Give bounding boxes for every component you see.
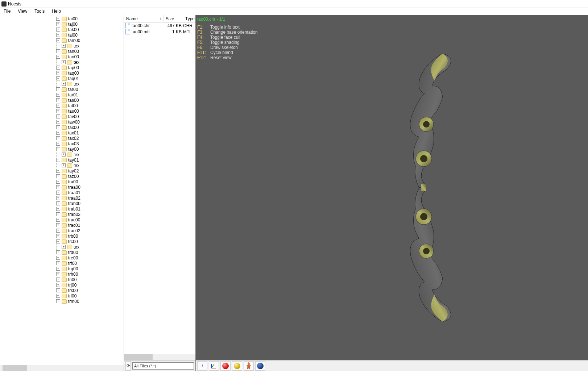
expand-icon[interactable]: + xyxy=(56,185,60,189)
expand-icon[interactable]: + xyxy=(56,218,60,222)
globe-button[interactable] xyxy=(255,361,265,371)
shading-yellow-button[interactable] xyxy=(232,361,242,371)
expand-icon[interactable]: + xyxy=(56,71,60,75)
shading-red-button[interactable] xyxy=(220,361,231,371)
tree-item[interactable]: +trf00 xyxy=(0,260,124,266)
expand-icon[interactable]: + xyxy=(56,66,60,70)
tree-item[interactable]: +tan00 xyxy=(0,49,124,54)
tree-item[interactable]: +tak00 xyxy=(0,27,124,32)
tree-item[interactable]: +tax01 xyxy=(0,130,124,136)
list-horizontal-scrollbar[interactable] xyxy=(124,354,195,360)
file-row[interactable]: tao00.chr467 KBCHR xyxy=(124,22,195,29)
tree-item[interactable]: −taq01 xyxy=(0,76,124,81)
expand-icon[interactable]: + xyxy=(56,104,60,108)
expand-icon[interactable]: + xyxy=(56,212,60,216)
expand-icon[interactable]: + xyxy=(62,44,66,48)
collapse-icon[interactable]: − xyxy=(56,147,60,151)
tree-item[interactable]: +taj00 xyxy=(0,21,124,27)
tree-item[interactable]: +traa00 xyxy=(0,184,124,190)
tree-item[interactable]: +trac00 xyxy=(0,217,124,222)
tree-item[interactable]: +tex xyxy=(0,59,124,65)
expand-icon[interactable]: + xyxy=(56,28,60,32)
expand-icon[interactable]: + xyxy=(56,196,60,200)
tree-item[interactable]: +tex xyxy=(0,81,124,87)
expand-icon[interactable]: + xyxy=(62,163,66,167)
tree-item[interactable]: +tex xyxy=(0,152,124,157)
expand-icon[interactable]: + xyxy=(62,245,66,249)
expand-icon[interactable]: + xyxy=(56,169,60,173)
expand-icon[interactable]: + xyxy=(56,201,60,205)
tree-item[interactable]: +tre00 xyxy=(0,255,124,260)
expand-icon[interactable]: + xyxy=(56,256,60,260)
info-button[interactable]: i xyxy=(197,361,207,371)
file-filter-input[interactable] xyxy=(132,362,194,370)
tree-item[interactable]: +tal00 xyxy=(0,32,124,38)
col-header-size[interactable]: Size xyxy=(163,15,183,22)
expand-icon[interactable]: + xyxy=(56,33,60,37)
tree-item[interactable]: +tex xyxy=(0,43,124,49)
tree-item[interactable]: +tar01 xyxy=(0,92,124,97)
menu-file[interactable]: File xyxy=(0,8,14,15)
tree-item[interactable]: +trl00 xyxy=(0,293,124,299)
tree-item[interactable]: +tax03 xyxy=(0,141,124,146)
refresh-button[interactable]: ⟳ xyxy=(125,361,131,371)
expand-icon[interactable]: + xyxy=(56,223,60,227)
tree-item[interactable]: +tau00 xyxy=(0,108,124,114)
tree-item[interactable]: +trg00 xyxy=(0,266,124,271)
tree-item[interactable]: +tap00 xyxy=(0,65,124,70)
file-list[interactable]: tao00.chr467 KBCHRtao00.mtl1 KBMTL xyxy=(124,22,195,354)
expand-icon[interactable]: + xyxy=(56,294,60,298)
expand-icon[interactable]: + xyxy=(56,109,60,113)
expand-icon[interactable]: + xyxy=(56,22,60,26)
expand-icon[interactable]: + xyxy=(56,234,60,238)
expand-icon[interactable]: + xyxy=(56,174,60,178)
tree-item[interactable]: +tav00 xyxy=(0,114,124,119)
tree-item[interactable]: +trab01 xyxy=(0,206,124,212)
expand-icon[interactable]: + xyxy=(56,120,60,124)
expand-icon[interactable]: + xyxy=(56,267,60,271)
tree-item[interactable]: +tay02 xyxy=(0,168,124,174)
expand-icon[interactable]: + xyxy=(56,98,60,102)
folder-tree[interactable]: +tai00+taj00+tak00+tal00−tam00+tex+tan00… xyxy=(0,15,124,365)
expand-icon[interactable]: + xyxy=(56,207,60,211)
tree-item[interactable]: +tai00 xyxy=(0,16,124,21)
tree-item[interactable]: +tat00 xyxy=(0,103,124,108)
col-header-type[interactable]: Type xyxy=(183,15,195,22)
tree-item[interactable]: +tri00 xyxy=(0,277,124,282)
tree-item[interactable]: +trab00 xyxy=(0,201,124,206)
expand-icon[interactable]: + xyxy=(56,17,60,21)
tree-item[interactable]: −tay01 xyxy=(0,157,124,163)
tree-item[interactable]: +taq00 xyxy=(0,70,124,76)
expand-icon[interactable]: + xyxy=(56,288,60,292)
tree-item[interactable]: +traa01 xyxy=(0,190,124,195)
expand-icon[interactable]: + xyxy=(56,261,60,265)
file-row[interactable]: tao00.mtl1 KBMTL xyxy=(124,29,195,35)
expand-icon[interactable]: + xyxy=(56,299,60,303)
expand-icon[interactable]: + xyxy=(56,142,60,146)
tree-item[interactable]: +tex xyxy=(0,244,124,250)
tree-item[interactable]: +trd00 xyxy=(0,250,124,255)
axis-button[interactable] xyxy=(209,361,219,371)
tree-item[interactable]: +tar00 xyxy=(0,87,124,92)
expand-icon[interactable]: + xyxy=(56,131,60,135)
tree-item[interactable]: +trj00 xyxy=(0,282,124,288)
tree-item[interactable]: +trac01 xyxy=(0,222,124,228)
tree-item[interactable]: +trm00 xyxy=(0,299,124,304)
tree-item[interactable]: +tas00 xyxy=(0,97,124,103)
expand-icon[interactable]: + xyxy=(56,49,60,53)
collapse-icon[interactable]: − xyxy=(56,55,60,59)
expand-icon[interactable]: + xyxy=(56,283,60,287)
tree-item[interactable]: +tax02 xyxy=(0,136,124,141)
expand-icon[interactable]: + xyxy=(62,153,66,157)
collapse-icon[interactable]: − xyxy=(56,239,60,243)
expand-icon[interactable]: + xyxy=(56,87,60,91)
tree-item[interactable]: −tao00 xyxy=(0,54,124,59)
tree-item[interactable]: +trh00 xyxy=(0,271,124,277)
tree-item[interactable]: +trb00 xyxy=(0,233,124,239)
collapse-icon[interactable]: − xyxy=(56,38,60,42)
col-header-name[interactable]: Name / xyxy=(124,15,163,22)
tree-item[interactable]: +taz00 xyxy=(0,174,124,179)
expand-icon[interactable]: + xyxy=(56,278,60,282)
tree-item[interactable]: +tra00 xyxy=(0,179,124,184)
tree-item[interactable]: +tex xyxy=(0,163,124,168)
